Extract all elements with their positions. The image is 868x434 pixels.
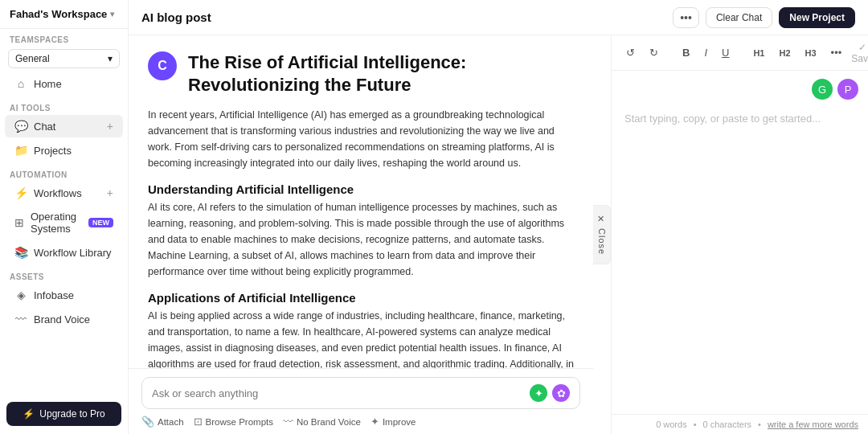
new-badge: NEW <box>88 218 113 227</box>
word-count: 0 words <box>656 420 687 429</box>
editor-placeholder: Start typing, copy, or paste to get star… <box>624 113 821 125</box>
sidebar-item-home[interactable]: ⌂ Home <box>5 72 123 95</box>
redo-button[interactable]: ↻ <box>645 43 663 62</box>
user-avatar-purple: P <box>837 79 858 100</box>
ai-tools-section-label: AI Tools <box>0 96 128 114</box>
page-title: AI blog post <box>141 10 211 24</box>
right-panel-editor[interactable]: Start typing, copy, or paste to get star… <box>612 100 868 414</box>
sidebar-item-label: Infobase <box>34 289 74 301</box>
section2-text: AI is being applied across a wide range … <box>148 308 574 368</box>
teamspace-select[interactable]: General ▾ <box>8 49 120 68</box>
infobase-icon: ◈ <box>14 289 27 301</box>
sidebar-item-label: Operating Systems <box>31 211 79 235</box>
intro-text: In recent years, Artificial Intelligence… <box>148 107 574 171</box>
topbar-actions: ••• Clear Chat New Project <box>673 7 855 28</box>
sidebar-item-label: Workflows <box>34 187 82 199</box>
h3-button[interactable]: H3 <box>800 45 821 61</box>
sidebar-item-label: Brand Voice <box>34 313 90 326</box>
document-scroll: C The Rise of Artificial Intelligence: R… <box>129 35 593 368</box>
clear-chat-button[interactable]: Clear Chat <box>706 7 772 28</box>
section1-text: AI its core, AI refers to the simulation… <box>148 199 574 280</box>
write-more-link[interactable]: write a few more words <box>768 420 858 429</box>
add-chat-button[interactable]: + <box>107 120 113 133</box>
document-title: The Rise of Artificial Intelligence: Rev… <box>188 51 466 96</box>
improve-icon: ✦ <box>371 416 379 428</box>
send-icon[interactable]: ✦ <box>530 384 547 402</box>
sidebar-item-projects[interactable]: 📁 Projects <box>5 139 123 162</box>
attach-icon: 📎 <box>141 416 154 428</box>
operating-systems-icon: ⊞ <box>14 216 24 229</box>
workspace-name: Fahad's Workspace <box>10 8 107 20</box>
chat-icon-group: ✦ ✿ <box>530 384 570 402</box>
chevron-down-icon: ▾ <box>110 10 114 18</box>
more-options-button[interactable]: ••• <box>673 7 699 28</box>
chat-input-area: ✦ ✿ 📎 Attach ⊡ Browse Prompts <box>129 368 593 434</box>
document-area-wrapper: C The Rise of Artificial Intelligence: R… <box>129 35 611 434</box>
sidebar-item-label: Workflow Library <box>34 247 112 259</box>
teamspace-select-wrapper[interactable]: General ▾ <box>0 46 128 72</box>
bold-button[interactable]: B <box>678 43 694 62</box>
sidebar: Fahad's Workspace ▾ Teamspaces General ▾… <box>0 0 129 434</box>
title-line-1: The Rise of Artificial Intelligence: <box>188 52 466 72</box>
topbar: AI blog post ••• Clear Chat New Project <box>129 0 868 35</box>
sidebar-item-brand-voice[interactable]: 〰 Brand Voice <box>5 308 123 330</box>
prompts-icon: ⊡ <box>194 416 203 428</box>
upgrade-icon: ⚡ <box>23 408 35 420</box>
sidebar-item-label: Projects <box>34 145 72 157</box>
save-button[interactable]: ✓ Save <box>851 42 868 64</box>
workflow-library-icon: 📚 <box>14 246 27 259</box>
user-avatars-area: G P <box>612 71 868 100</box>
content-area: C The Rise of Artificial Intelligence: R… <box>129 35 868 434</box>
brand-voice-action[interactable]: 〰 No Brand Voice <box>283 416 361 428</box>
upgrade-label: Upgrade to Pro <box>39 408 104 420</box>
document-area: C The Rise of Artificial Intelligence: R… <box>129 35 593 434</box>
h1-button[interactable]: H1 <box>748 45 769 61</box>
more-format-button[interactable]: ••• <box>826 43 847 62</box>
workspace-title[interactable]: Fahad's Workspace ▾ <box>10 8 114 20</box>
sidebar-item-label: Chat <box>34 121 55 133</box>
title-line-2: Revolutionizing the Future <box>188 75 411 95</box>
brand-voice-icon: 〰 <box>14 313 27 326</box>
chat-input[interactable] <box>152 387 523 399</box>
right-panel-toolbar: ↺ ↻ B I U H1 H2 H3 ••• ✓ Save <box>612 35 868 71</box>
sidebar-item-workflow-library[interactable]: 📚 Workflow Library <box>5 241 123 264</box>
improve-action[interactable]: ✦ Improve <box>371 416 416 428</box>
sidebar-item-label: Home <box>34 78 62 90</box>
new-project-button[interactable]: New Project <box>779 7 855 28</box>
close-icon: ✕ <box>596 214 607 225</box>
browse-prompts-action[interactable]: ⊡ Browse Prompts <box>194 416 273 428</box>
right-panel: ↺ ↻ B I U H1 H2 H3 ••• ✓ Save G P Start … <box>611 35 868 434</box>
sidebar-bottom: ⚡ Upgrade to Pro <box>0 394 128 434</box>
close-tab[interactable]: ✕ Close <box>593 205 611 264</box>
chat-icon: 💬 <box>14 120 27 133</box>
projects-icon: 📁 <box>14 144 27 157</box>
brand-voice-label: No Brand Voice <box>297 417 361 427</box>
close-tab-label: Close <box>597 228 607 255</box>
sidebar-item-chat[interactable]: 💬 Chat + <box>5 115 123 137</box>
right-panel-stats: 0 words • 0 characters • write a few mor… <box>612 414 868 434</box>
add-workflow-button[interactable]: + <box>107 186 113 199</box>
sidebar-item-operating-systems[interactable]: ⊞ Operating Systems NEW <box>5 206 123 240</box>
attach-action[interactable]: 📎 Attach <box>141 416 184 428</box>
underline-button[interactable]: U <box>717 43 734 62</box>
upgrade-button[interactable]: ⚡ Upgrade to Pro <box>6 402 121 426</box>
automation-section-label: Automation <box>0 162 128 181</box>
sidebar-item-workflows[interactable]: ⚡ Workflows + <box>5 182 123 204</box>
char-count: 0 characters <box>703 420 752 429</box>
separator-dot-1: • <box>694 420 697 429</box>
h2-button[interactable]: H2 <box>774 45 795 61</box>
teamspaces-label: Teamspaces <box>0 29 128 46</box>
teamspace-value: General <box>15 53 50 64</box>
improve-label: Improve <box>383 417 416 427</box>
sidebar-header: Fahad's Workspace ▾ <box>0 0 128 29</box>
ai-icon[interactable]: ✿ <box>552 384 570 402</box>
separator-dot-2: • <box>758 420 761 429</box>
sidebar-item-infobase[interactable]: ◈ Infobase <box>5 284 123 306</box>
attach-label: Attach <box>158 417 184 427</box>
italic-button[interactable]: I <box>699 43 712 62</box>
home-icon: ⌂ <box>14 77 27 90</box>
loop-button[interactable]: ↺ <box>621 43 640 62</box>
main-area: AI blog post ••• Clear Chat New Project … <box>129 0 868 434</box>
section1-title: Understanding Artificial Intelligence <box>148 182 574 196</box>
section2-title: Applications of Artificial Intelligence <box>148 291 574 305</box>
